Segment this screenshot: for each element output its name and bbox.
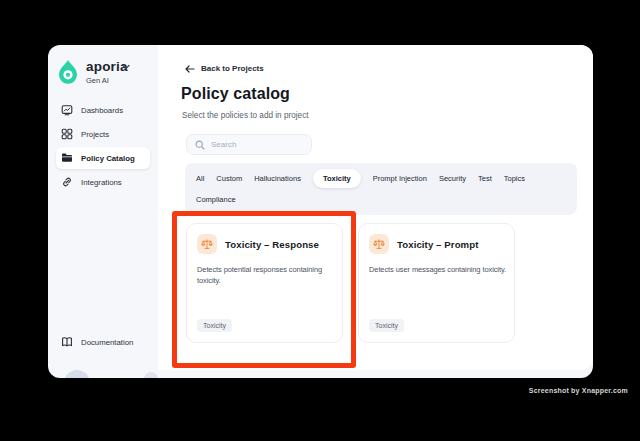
card-tag-badge: Toxicity (369, 319, 404, 332)
tab-hallucinations[interactable]: Hallucinations (254, 169, 301, 188)
sidebar-item-label: Policy Catalog (81, 154, 135, 163)
sidebar-item-label: Integrations (81, 178, 122, 187)
search-box[interactable] (186, 134, 312, 155)
app-window: aporia Gen AI Dashboards P (48, 45, 593, 378)
tab-security[interactable]: Security (439, 169, 466, 188)
tab-topics[interactable]: Topics (504, 169, 525, 188)
dashboard-icon (61, 104, 73, 116)
sidebar-item-integrations[interactable]: Integrations (56, 171, 150, 193)
scales-icon (369, 234, 389, 254)
sidebar-item-label: Dashboards (81, 106, 123, 115)
card-title: Toxicity – Response (225, 239, 319, 250)
sidebar-item-policy-catalog[interactable]: Policy Catalog (56, 147, 150, 169)
tab-test[interactable]: Test (478, 169, 492, 188)
tab-toxicity[interactable]: Toxicity (313, 169, 361, 188)
screenshot-canvas: aporia Gen AI Dashboards P (0, 0, 640, 441)
sidebar-item-dashboards[interactable]: Dashboards (56, 99, 150, 121)
tab-custom[interactable]: Custom (216, 169, 242, 188)
card-description: Detects user messages containing toxicit… (369, 264, 510, 275)
sidebar-collapse-button[interactable] (144, 372, 158, 378)
policy-card-toxicity-response[interactable]: Toxicity – Response Detects potential re… (186, 223, 343, 343)
back-link-label: Back to Projects (201, 64, 264, 73)
sidebar-item-label: Documentation (81, 338, 133, 347)
search-input[interactable] (211, 140, 301, 149)
scales-icon (197, 234, 217, 254)
page-title: Policy catalog (181, 85, 290, 103)
page-subtitle: Select the policies to add in project (182, 111, 309, 120)
tab-prompt-injection[interactable]: Prompt Injection (373, 169, 427, 188)
tab-all[interactable]: All (196, 169, 204, 188)
book-icon (61, 336, 73, 348)
main-content: Back to Projects Policy catalog Select t… (158, 45, 593, 370)
card-tag-badge: Toxicity (197, 319, 232, 332)
folder-icon (61, 152, 73, 164)
workspace-switcher[interactable]: aporia Gen AI (58, 59, 128, 85)
policy-card-toxicity-prompt[interactable]: Toxicity – Prompt Detects user messages … (358, 223, 515, 343)
sidebar-nav: Dashboards Projects Policy Catalog (48, 99, 158, 195)
card-title: Toxicity – Prompt (397, 239, 479, 250)
link-icon (61, 176, 73, 188)
chevron-down-icon[interactable] (122, 64, 130, 70)
sidebar: aporia Gen AI Dashboards P (48, 45, 158, 378)
sidebar-item-label: Projects (81, 130, 109, 139)
aporia-logo-icon (58, 59, 78, 85)
policy-cards: Toxicity – Response Detects potential re… (186, 223, 515, 343)
tab-compliance[interactable]: Compliance (196, 190, 236, 209)
search-icon (195, 140, 205, 150)
xnapper-watermark: Screenshot by Xnapper.com (529, 387, 628, 394)
filter-tabs: All Custom Hallucinations Toxicity Promp… (185, 163, 577, 215)
back-to-projects-link[interactable]: Back to Projects (185, 64, 264, 73)
workspace-name: Gen AI (86, 76, 128, 85)
sidebar-item-projects[interactable]: Projects (56, 123, 150, 145)
arrow-left-icon (185, 65, 195, 73)
card-description: Detects potential responses containing t… (197, 264, 338, 287)
sidebar-item-documentation[interactable]: Documentation (56, 332, 150, 352)
avatar[interactable] (64, 370, 90, 378)
grid-icon (61, 128, 73, 140)
